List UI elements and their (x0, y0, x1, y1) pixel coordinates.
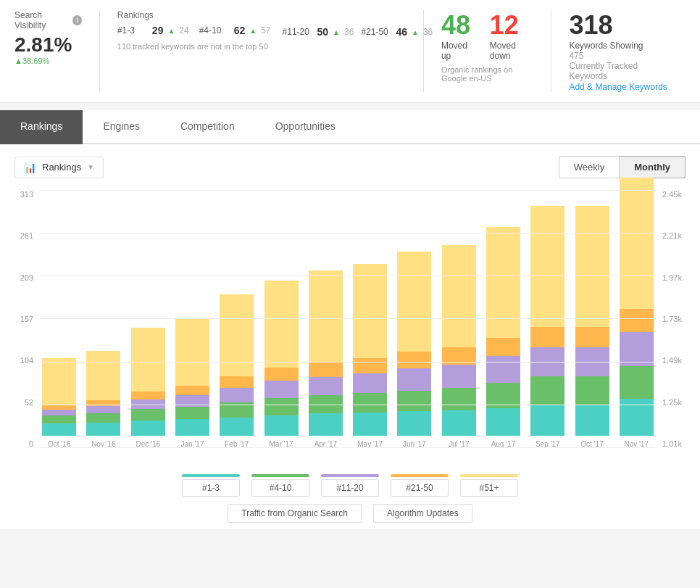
legend-item-1-3: #1-3 (182, 474, 240, 497)
legend-item-4-10: #4-10 (251, 474, 309, 497)
monthly-button[interactable]: Monthly (620, 156, 686, 178)
keywords-label: Keywords Showing (569, 41, 668, 51)
keywords-block: 318 Keywords Showing 475 Currently Track… (551, 10, 686, 92)
rankings-block: Rankings #1-3 29 ▲ 24 #4-10 62 ▲ 57 #11-… (100, 10, 424, 92)
legend-btn-11-20[interactable]: #11-20 (321, 479, 379, 497)
grid-lines (39, 190, 657, 448)
moved-down-block: 12 Moved down (490, 10, 534, 61)
legend-color-51plus (460, 474, 518, 477)
rank-num-21-50: 46 (396, 26, 407, 38)
legend-btn-51plus[interactable]: #51+ (460, 479, 518, 497)
chart-container: 📊 Rankings ▼ Weekly Monthly 313 261 209 … (0, 144, 700, 529)
search-visibility-label: Search Visibility i (14, 10, 82, 30)
moved-down-value: 12 (490, 10, 534, 41)
bar-chart: 313 261 209 157 104 52 0 Oct '16Nov '16D… (14, 190, 686, 465)
legend-btn-4-10[interactable]: #4-10 (251, 479, 309, 497)
legend-color-1-3 (182, 474, 240, 477)
period-buttons: Weekly Monthly (559, 156, 686, 178)
algorithm-updates-button[interactable]: Algorithm Updates (373, 504, 472, 523)
rank-num-11-20: 50 (317, 26, 329, 38)
rank-range-1-3: #1-3 (117, 25, 148, 36)
tab-competition[interactable]: Competition (160, 110, 255, 144)
moved-block: 48 Moved up 12 Moved down Organic rankin… (424, 10, 552, 92)
chart-main: Oct '16Nov '16Dec '16Jan '17Feb '17Mar '… (39, 190, 657, 465)
rank-num-1-3: 29 (152, 25, 164, 36)
arrow-up-4: ▲ (412, 28, 419, 36)
arrow-up-2: ▲ (249, 27, 257, 35)
chart-controls: 📊 Rankings ▼ Weekly Monthly (14, 156, 686, 178)
rank-row-2: #11-20 50 ▲ 36 #21-50 46 ▲ 36 (283, 26, 433, 38)
arrow-up-1: ▲ (167, 27, 175, 35)
moved-sub2: Google en-US (441, 74, 534, 83)
search-visibility-value: 2.81% (14, 33, 82, 57)
rank-change-1-3: 24 (179, 25, 188, 36)
moved-down-label: Moved down (490, 41, 534, 61)
legend-btn-21-50[interactable]: #21-50 (391, 479, 449, 497)
legend-color-21-50 (391, 474, 449, 477)
legend-color-4-10 (251, 474, 309, 477)
legend-item-11-20: #11-20 (321, 474, 379, 497)
rankings-note: 110 tracked keywords are not in the top … (117, 42, 433, 51)
moved-up-value: 48 (441, 10, 475, 41)
rank-num-4-10: 62 (234, 25, 246, 36)
legend-color-11-20 (321, 474, 379, 477)
rank-row-1: #1-3 29 ▲ 24 #4-10 62 ▲ 57 (117, 23, 271, 38)
traffic-organic-button[interactable]: Traffic from Organic Search (228, 504, 362, 523)
dropdown-label: Rankings (42, 162, 81, 173)
legend-row-2: Traffic from Organic Search Algorithm Up… (228, 504, 472, 523)
rank-range-4-10: #4-10 (199, 25, 230, 36)
keywords-tracked-label: Currently Tracked Keywords (569, 61, 668, 81)
dropdown-arrow: ▼ (87, 163, 94, 171)
tab-rankings[interactable]: Rankings (0, 110, 83, 144)
keywords-tracked: 475 (569, 51, 668, 61)
moved-up-block: 48 Moved up (441, 10, 475, 61)
legend-area: #1-3 #4-10 #11-20 #21-50 #51+ Traffic fr… (14, 465, 686, 529)
weekly-button[interactable]: Weekly (559, 156, 620, 178)
rank-change-4-10: 57 (261, 25, 270, 36)
tab-engines[interactable]: Engines (83, 110, 160, 144)
info-icon[interactable]: i (72, 15, 82, 25)
legend-btn-1-3[interactable]: #1-3 (182, 479, 240, 497)
keywords-main: 318 (569, 10, 668, 41)
tabs-bar: Rankings Engines Competition Opportuniti… (0, 110, 700, 144)
add-manage-keywords-link[interactable]: Add & Manage Keywords (569, 82, 667, 92)
moved-sub: Organic rankings on (441, 65, 534, 74)
search-visibility-change: ▲38.69% (14, 57, 82, 65)
legend-row-1: #1-3 #4-10 #11-20 #21-50 #51+ (182, 474, 518, 497)
rankings-grid: #1-3 29 ▲ 24 #4-10 62 ▲ 57 #11-20 50 ▲ 3… (117, 23, 406, 51)
rankings-label: Rankings (117, 10, 406, 20)
legend-item-21-50: #21-50 (391, 474, 449, 497)
arrow-up-3: ▲ (333, 28, 340, 36)
rankings-dropdown[interactable]: 📊 Rankings ▼ (14, 157, 104, 178)
moved-up-label: Moved up (441, 41, 475, 61)
stats-bar: Search Visibility i 2.81% ▲38.69% Rankin… (0, 0, 700, 103)
chart-icon: 📊 (24, 162, 36, 173)
rank-change-11-20: 36 (344, 27, 354, 37)
search-visibility-block: Search Visibility i 2.81% ▲38.69% (14, 10, 100, 92)
tab-opportunities[interactable]: Opportunities (255, 110, 356, 144)
rank-range-21-50: #21-50 (361, 27, 391, 37)
rank-range-11-20: #11-20 (283, 27, 313, 37)
legend-item-51plus: #51+ (460, 474, 518, 497)
y-axis-right: 2.45k 2.21k 1.97k 1.73k 1.49k 1.25k 1.01… (657, 190, 686, 465)
y-axis-left: 313 261 209 157 104 52 0 (14, 190, 39, 465)
